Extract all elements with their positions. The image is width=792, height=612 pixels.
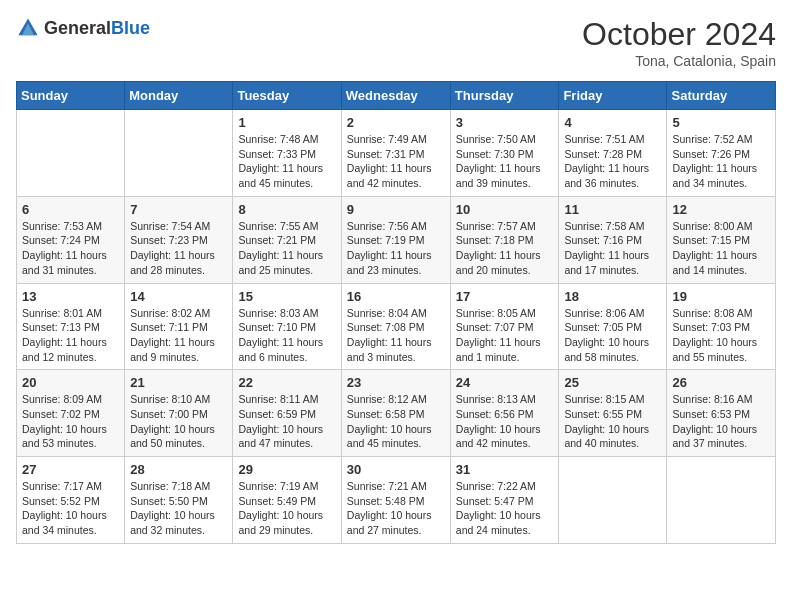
day-number: 7 xyxy=(130,202,227,217)
day-cell: 14Sunrise: 8:02 AM Sunset: 7:11 PM Dayli… xyxy=(125,283,233,370)
week-row-5: 27Sunrise: 7:17 AM Sunset: 5:52 PM Dayli… xyxy=(17,457,776,544)
day-cell: 28Sunrise: 7:18 AM Sunset: 5:50 PM Dayli… xyxy=(125,457,233,544)
calendar-header: SundayMondayTuesdayWednesdayThursdayFrid… xyxy=(17,82,776,110)
day-number: 8 xyxy=(238,202,335,217)
day-number: 21 xyxy=(130,375,227,390)
header-day-monday: Monday xyxy=(125,82,233,110)
day-number: 27 xyxy=(22,462,119,477)
day-number: 12 xyxy=(672,202,770,217)
day-info: Sunrise: 7:17 AM Sunset: 5:52 PM Dayligh… xyxy=(22,479,119,538)
day-number: 22 xyxy=(238,375,335,390)
day-cell: 1Sunrise: 7:48 AM Sunset: 7:33 PM Daylig… xyxy=(233,110,341,197)
day-info: Sunrise: 8:01 AM Sunset: 7:13 PM Dayligh… xyxy=(22,306,119,365)
day-number: 29 xyxy=(238,462,335,477)
day-cell: 16Sunrise: 8:04 AM Sunset: 7:08 PM Dayli… xyxy=(341,283,450,370)
day-cell: 9Sunrise: 7:56 AM Sunset: 7:19 PM Daylig… xyxy=(341,196,450,283)
day-cell xyxy=(17,110,125,197)
day-number: 28 xyxy=(130,462,227,477)
day-info: Sunrise: 7:54 AM Sunset: 7:23 PM Dayligh… xyxy=(130,219,227,278)
day-cell: 21Sunrise: 8:10 AM Sunset: 7:00 PM Dayli… xyxy=(125,370,233,457)
week-row-2: 6Sunrise: 7:53 AM Sunset: 7:24 PM Daylig… xyxy=(17,196,776,283)
day-info: Sunrise: 7:52 AM Sunset: 7:26 PM Dayligh… xyxy=(672,132,770,191)
day-info: Sunrise: 7:51 AM Sunset: 7:28 PM Dayligh… xyxy=(564,132,661,191)
day-cell: 31Sunrise: 7:22 AM Sunset: 5:47 PM Dayli… xyxy=(450,457,559,544)
day-info: Sunrise: 7:49 AM Sunset: 7:31 PM Dayligh… xyxy=(347,132,445,191)
day-number: 25 xyxy=(564,375,661,390)
day-info: Sunrise: 8:15 AM Sunset: 6:55 PM Dayligh… xyxy=(564,392,661,451)
day-cell: 26Sunrise: 8:16 AM Sunset: 6:53 PM Dayli… xyxy=(667,370,776,457)
day-cell: 25Sunrise: 8:15 AM Sunset: 6:55 PM Dayli… xyxy=(559,370,667,457)
header-day-wednesday: Wednesday xyxy=(341,82,450,110)
day-number: 11 xyxy=(564,202,661,217)
day-info: Sunrise: 7:58 AM Sunset: 7:16 PM Dayligh… xyxy=(564,219,661,278)
day-info: Sunrise: 8:06 AM Sunset: 7:05 PM Dayligh… xyxy=(564,306,661,365)
day-cell: 7Sunrise: 7:54 AM Sunset: 7:23 PM Daylig… xyxy=(125,196,233,283)
logo-text-general: General xyxy=(44,18,111,38)
calendar-table: SundayMondayTuesdayWednesdayThursdayFrid… xyxy=(16,81,776,544)
week-row-1: 1Sunrise: 7:48 AM Sunset: 7:33 PM Daylig… xyxy=(17,110,776,197)
day-info: Sunrise: 7:21 AM Sunset: 5:48 PM Dayligh… xyxy=(347,479,445,538)
day-number: 24 xyxy=(456,375,554,390)
header-day-tuesday: Tuesday xyxy=(233,82,341,110)
day-cell: 29Sunrise: 7:19 AM Sunset: 5:49 PM Dayli… xyxy=(233,457,341,544)
day-number: 1 xyxy=(238,115,335,130)
day-number: 19 xyxy=(672,289,770,304)
day-number: 15 xyxy=(238,289,335,304)
day-cell: 18Sunrise: 8:06 AM Sunset: 7:05 PM Dayli… xyxy=(559,283,667,370)
day-number: 6 xyxy=(22,202,119,217)
day-number: 13 xyxy=(22,289,119,304)
logo: GeneralBlue xyxy=(16,16,150,40)
day-number: 5 xyxy=(672,115,770,130)
day-info: Sunrise: 8:03 AM Sunset: 7:10 PM Dayligh… xyxy=(238,306,335,365)
day-info: Sunrise: 7:50 AM Sunset: 7:30 PM Dayligh… xyxy=(456,132,554,191)
day-info: Sunrise: 7:55 AM Sunset: 7:21 PM Dayligh… xyxy=(238,219,335,278)
day-info: Sunrise: 8:04 AM Sunset: 7:08 PM Dayligh… xyxy=(347,306,445,365)
day-number: 10 xyxy=(456,202,554,217)
day-number: 3 xyxy=(456,115,554,130)
day-cell: 4Sunrise: 7:51 AM Sunset: 7:28 PM Daylig… xyxy=(559,110,667,197)
day-info: Sunrise: 7:48 AM Sunset: 7:33 PM Dayligh… xyxy=(238,132,335,191)
day-cell: 20Sunrise: 8:09 AM Sunset: 7:02 PM Dayli… xyxy=(17,370,125,457)
day-cell: 22Sunrise: 8:11 AM Sunset: 6:59 PM Dayli… xyxy=(233,370,341,457)
day-number: 17 xyxy=(456,289,554,304)
day-info: Sunrise: 8:13 AM Sunset: 6:56 PM Dayligh… xyxy=(456,392,554,451)
day-number: 23 xyxy=(347,375,445,390)
day-cell: 8Sunrise: 7:55 AM Sunset: 7:21 PM Daylig… xyxy=(233,196,341,283)
page-header: GeneralBlue October 2024 Tona, Catalonia… xyxy=(16,16,776,69)
day-cell: 17Sunrise: 8:05 AM Sunset: 7:07 PM Dayli… xyxy=(450,283,559,370)
day-info: Sunrise: 7:18 AM Sunset: 5:50 PM Dayligh… xyxy=(130,479,227,538)
day-cell: 6Sunrise: 7:53 AM Sunset: 7:24 PM Daylig… xyxy=(17,196,125,283)
location-title: Tona, Catalonia, Spain xyxy=(582,53,776,69)
day-cell: 27Sunrise: 7:17 AM Sunset: 5:52 PM Dayli… xyxy=(17,457,125,544)
calendar-body: 1Sunrise: 7:48 AM Sunset: 7:33 PM Daylig… xyxy=(17,110,776,544)
day-cell: 30Sunrise: 7:21 AM Sunset: 5:48 PM Dayli… xyxy=(341,457,450,544)
day-info: Sunrise: 8:10 AM Sunset: 7:00 PM Dayligh… xyxy=(130,392,227,451)
day-cell: 13Sunrise: 8:01 AM Sunset: 7:13 PM Dayli… xyxy=(17,283,125,370)
day-number: 2 xyxy=(347,115,445,130)
day-cell: 15Sunrise: 8:03 AM Sunset: 7:10 PM Dayli… xyxy=(233,283,341,370)
day-info: Sunrise: 8:02 AM Sunset: 7:11 PM Dayligh… xyxy=(130,306,227,365)
week-row-4: 20Sunrise: 8:09 AM Sunset: 7:02 PM Dayli… xyxy=(17,370,776,457)
logo-text-blue: Blue xyxy=(111,18,150,38)
day-number: 31 xyxy=(456,462,554,477)
week-row-3: 13Sunrise: 8:01 AM Sunset: 7:13 PM Dayli… xyxy=(17,283,776,370)
header-day-thursday: Thursday xyxy=(450,82,559,110)
day-cell xyxy=(125,110,233,197)
day-number: 14 xyxy=(130,289,227,304)
day-number: 30 xyxy=(347,462,445,477)
day-info: Sunrise: 8:12 AM Sunset: 6:58 PM Dayligh… xyxy=(347,392,445,451)
day-info: Sunrise: 8:16 AM Sunset: 6:53 PM Dayligh… xyxy=(672,392,770,451)
header-day-sunday: Sunday xyxy=(17,82,125,110)
day-info: Sunrise: 8:05 AM Sunset: 7:07 PM Dayligh… xyxy=(456,306,554,365)
day-info: Sunrise: 8:00 AM Sunset: 7:15 PM Dayligh… xyxy=(672,219,770,278)
day-number: 18 xyxy=(564,289,661,304)
day-info: Sunrise: 8:08 AM Sunset: 7:03 PM Dayligh… xyxy=(672,306,770,365)
day-cell xyxy=(559,457,667,544)
header-day-saturday: Saturday xyxy=(667,82,776,110)
month-title: October 2024 xyxy=(582,16,776,53)
day-cell: 11Sunrise: 7:58 AM Sunset: 7:16 PM Dayli… xyxy=(559,196,667,283)
day-number: 26 xyxy=(672,375,770,390)
day-info: Sunrise: 7:57 AM Sunset: 7:18 PM Dayligh… xyxy=(456,219,554,278)
day-info: Sunrise: 7:53 AM Sunset: 7:24 PM Dayligh… xyxy=(22,219,119,278)
day-info: Sunrise: 8:11 AM Sunset: 6:59 PM Dayligh… xyxy=(238,392,335,451)
